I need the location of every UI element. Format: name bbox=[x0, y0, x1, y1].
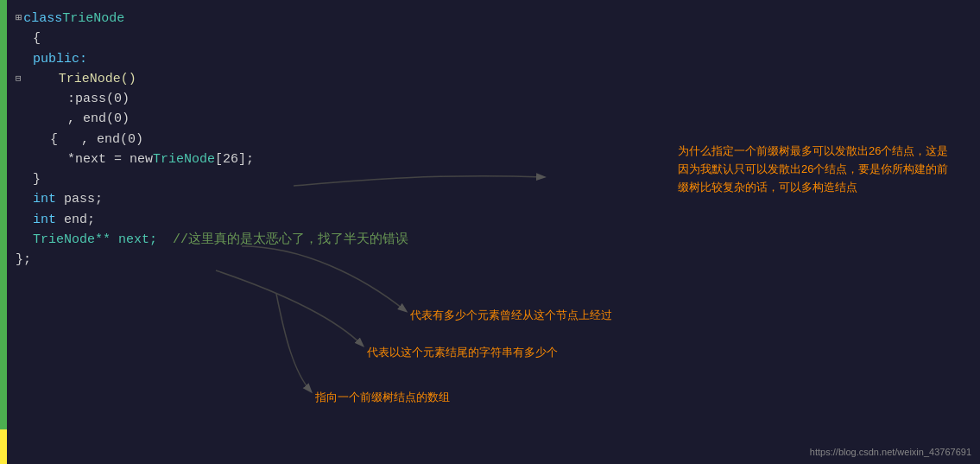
class-name: TrieNode bbox=[62, 9, 124, 29]
code-line-13: }; bbox=[16, 250, 980, 270]
kw-public: public: bbox=[33, 49, 87, 69]
code-line-8: *next = new TrieNode [26]; bbox=[16, 149, 980, 169]
bar-yellow bbox=[0, 429, 7, 464]
code-line-6: , end(0) bbox=[16, 109, 980, 129]
comment-space bbox=[157, 230, 173, 250]
code-line-7: { , end(0) bbox=[16, 130, 980, 149]
next-assign: *next = new bbox=[67, 149, 153, 169]
comment-text: //这里真的是太恶心了，找了半天的错误 bbox=[173, 230, 408, 250]
kw-class: class bbox=[23, 9, 62, 29]
code-line-5: :pass(0) bbox=[16, 89, 980, 109]
brace-end-extra: { , end(0) bbox=[50, 130, 143, 149]
code-line-10: int pass; bbox=[16, 189, 980, 209]
main-container: ⊞ class TrieNode { public: ⊟ TrieNode() … bbox=[0, 0, 980, 464]
code-line-3: public: bbox=[16, 49, 980, 69]
code-line-12: TrieNode** next; //这里真的是太恶心了，找了半天的错误 bbox=[16, 230, 980, 250]
array-decl: [26]; bbox=[215, 149, 254, 169]
init-pass: :pass(0) bbox=[67, 89, 130, 109]
kw-int-pass: int bbox=[33, 189, 56, 209]
brace-close-inner: } bbox=[33, 169, 41, 189]
var-pass: pass; bbox=[56, 189, 103, 209]
constructor-name: TrieNode() bbox=[59, 69, 136, 89]
trienode-ptr: TrieNode** next; bbox=[33, 230, 157, 250]
collapse-icon-4[interactable]: ⊟ bbox=[16, 72, 22, 86]
collapse-icon-1[interactable]: ⊞ bbox=[16, 10, 22, 27]
var-end: end; bbox=[56, 210, 95, 230]
code-line-11: int end; bbox=[16, 210, 980, 230]
kw-int-end: int bbox=[33, 210, 56, 230]
brace-open: { bbox=[33, 29, 41, 48]
class-close: }; bbox=[16, 250, 31, 270]
code-line-2: { bbox=[16, 29, 980, 48]
trienode-ref: TrieNode bbox=[153, 149, 215, 169]
code-line-1: ⊞ class TrieNode bbox=[16, 9, 980, 29]
code-line-9: } bbox=[16, 169, 980, 189]
code-line-4: ⊟ TrieNode() bbox=[16, 69, 980, 89]
bar-green bbox=[0, 0, 7, 429]
code-area: ⊞ class TrieNode { public: ⊟ TrieNode() … bbox=[7, 0, 980, 464]
init-end: , end(0) bbox=[67, 109, 130, 129]
left-bar bbox=[0, 0, 7, 464]
